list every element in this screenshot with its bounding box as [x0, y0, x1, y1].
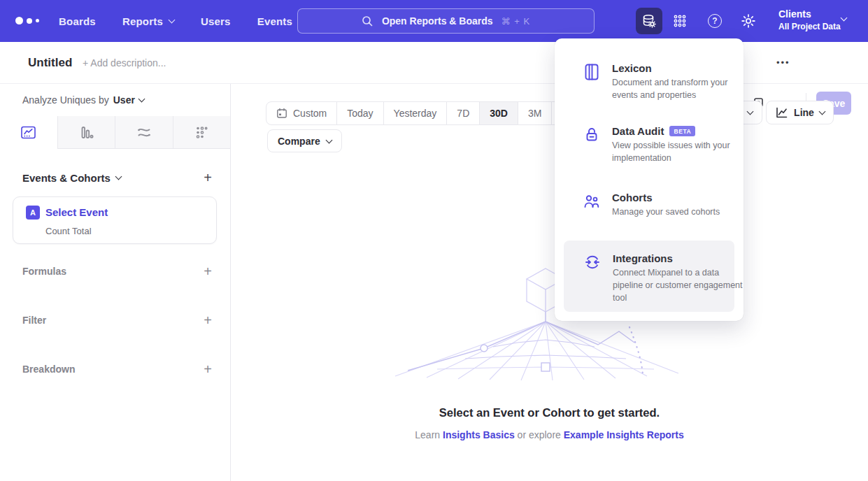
tab-stacked-flow[interactable]	[115, 116, 173, 149]
add-formula-button[interactable]: +	[204, 265, 212, 278]
lexicon-book-icon	[583, 63, 601, 81]
data-audit-title: Data Audit	[612, 125, 664, 137]
menu-item-cohorts[interactable]: Cohorts Manage your saved cohorts	[583, 192, 730, 219]
example-reports-link[interactable]: Example Insights Reports	[564, 429, 684, 440]
chevron-down-icon	[138, 96, 145, 103]
data-audit-icon	[583, 126, 601, 144]
compare-dropdown[interactable]: Compare	[267, 129, 342, 152]
empty-state: Select an Event or Cohort to get started…	[231, 406, 868, 440]
chevron-down-icon	[818, 108, 825, 115]
date-range-7d[interactable]: 7D	[447, 102, 480, 124]
integrations-description: Connect Mixpanel to a data pipeline or c…	[613, 267, 744, 304]
beta-badge: BETA	[669, 126, 695, 136]
line-chart-tab-icon	[20, 125, 36, 140]
tab-bar-chart[interactable]	[57, 116, 115, 149]
line-chart-icon	[775, 106, 788, 119]
nav-item-reports-label: Reports	[122, 15, 163, 27]
event-card[interactable]: A Select Event Count Total	[13, 196, 217, 244]
tab-insights-line[interactable]	[0, 116, 57, 149]
grid-dots-icon	[673, 14, 687, 28]
tab-metrics-grid[interactable]	[173, 116, 231, 149]
filter-row: Filter +	[22, 314, 212, 326]
analyze-value-dropdown[interactable]: User	[113, 94, 135, 106]
chevron-down-icon	[325, 136, 332, 143]
data-management-menu: Lexicon Document and transform your even…	[555, 38, 744, 321]
dots-grid-tab-icon	[194, 125, 209, 140]
gear-icon	[741, 14, 755, 28]
date-range-yesterday[interactable]: Yesterday	[384, 102, 448, 124]
formulas-row: Formulas +	[22, 265, 212, 278]
top-nav: Boards Reports Users Events Open Reports…	[0, 0, 868, 42]
date-range-30d[interactable]: 30D	[480, 102, 518, 124]
report-title[interactable]: Untitled	[28, 42, 72, 84]
breakdown-label: Breakdown	[22, 364, 75, 375]
project-title: Clients	[778, 8, 841, 20]
select-event-button[interactable]: Select Event	[45, 206, 108, 218]
or-explore-text: or explore	[518, 429, 561, 440]
calendar-icon	[276, 108, 287, 119]
chart-type-dropdown[interactable]: Line	[766, 101, 834, 124]
cohorts-title: Cohorts	[612, 192, 744, 203]
chevron-down-icon	[115, 173, 122, 180]
query-sidebar: Analyze Uniques by User	[0, 84, 231, 481]
chevron-down-icon	[169, 17, 176, 24]
project-selector[interactable]: Clients All Project Data	[778, 8, 841, 31]
project-subtitle: All Project Data	[778, 22, 841, 31]
report-description-placeholder[interactable]: + Add description...	[83, 42, 166, 84]
empty-state-links: Learn Insights Basics or explore Example…	[231, 429, 868, 440]
cohorts-description: Manage your saved cohorts	[612, 206, 744, 219]
add-filter-button[interactable]: +	[204, 314, 212, 326]
add-event-button[interactable]: +	[204, 171, 212, 184]
date-range-control: Custom Today Yesterday 7D 30D 3M 6M	[266, 101, 586, 125]
flow-chart-tab-icon	[136, 124, 152, 140]
more-options-button[interactable]: •••	[776, 42, 790, 84]
integrations-sync-icon	[583, 253, 602, 271]
menu-item-integrations[interactable]: Integrations Connect Mixpanel to a data …	[564, 240, 734, 312]
events-cohorts-label: Events & Cohorts	[22, 172, 111, 184]
event-series-badge: A	[26, 206, 40, 220]
nav-item-reports[interactable]: Reports	[122, 15, 174, 27]
insights-basics-link[interactable]: Insights Basics	[443, 429, 515, 440]
nav-item-users[interactable]: Users	[201, 15, 231, 27]
nav-item-boards[interactable]: Boards	[59, 15, 96, 27]
formulas-label: Formulas	[22, 266, 66, 277]
nav-item-events[interactable]: Events	[257, 15, 292, 27]
filter-label: Filter	[22, 315, 46, 326]
analyze-label: Analyze Uniques by	[22, 94, 109, 106]
mixpanel-logo[interactable]	[15, 17, 39, 24]
apps-grid-button[interactable]	[673, 14, 687, 28]
data-audit-description: View possible issues with your implement…	[612, 140, 744, 165]
events-cohorts-title[interactable]: Events & Cohorts	[22, 172, 121, 184]
database-gear-icon	[641, 13, 657, 29]
event-aggregation[interactable]: Count Total	[45, 226, 92, 236]
empty-state-title: Select an Event or Cohort to get started…	[231, 406, 868, 419]
help-icon: ?	[708, 14, 722, 28]
chevron-down-icon	[841, 15, 848, 22]
date-range-custom-label: Custom	[293, 108, 327, 119]
integrations-content: Integrations Connect Mixpanel to a data …	[583, 252, 725, 304]
search-icon	[362, 15, 373, 27]
search-shortcut: ⌘ + K	[501, 16, 531, 27]
menu-item-lexicon[interactable]: Lexicon Document and transform your even…	[583, 62, 730, 102]
add-breakdown-button[interactable]: +	[204, 363, 212, 375]
lexicon-title: Lexicon	[612, 62, 744, 74]
settings-button[interactable]	[741, 14, 755, 28]
compare-label: Compare	[278, 136, 320, 147]
date-range-today[interactable]: Today	[337, 102, 383, 124]
chevron-down-icon	[747, 108, 754, 115]
help-button[interactable]: ?	[708, 14, 722, 28]
search-input[interactable]: Open Reports & Boards ⌘ + K	[297, 8, 595, 34]
date-range-3m[interactable]: 3M	[518, 102, 552, 124]
lexicon-description: Document and transform your events and p…	[612, 77, 744, 102]
integrations-title: Integrations	[613, 252, 744, 264]
cohorts-people-icon	[583, 192, 601, 210]
data-management-button[interactable]	[636, 8, 662, 34]
search-placeholder: Open Reports & Boards	[382, 15, 493, 27]
analyze-uniques-row: Analyze Uniques by User	[22, 94, 144, 106]
nav-links: Boards Reports Users Events	[59, 0, 292, 42]
menu-item-data-audit[interactable]: Data Audit BETA View possible issues wit…	[583, 125, 730, 165]
chart-type-label: Line	[794, 107, 814, 118]
learn-prefix: Learn	[415, 429, 440, 440]
date-range-custom[interactable]: Custom	[266, 102, 337, 124]
breakdown-row: Breakdown +	[22, 363, 212, 375]
